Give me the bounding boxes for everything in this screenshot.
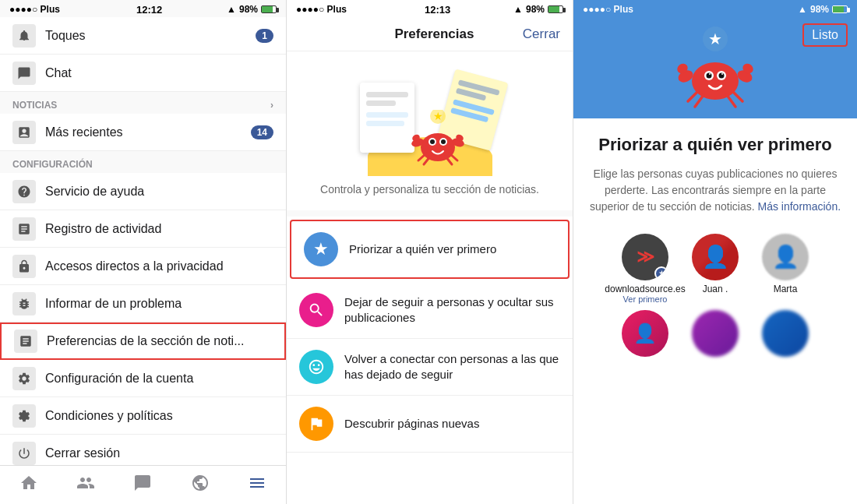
avatar-row2-2[interactable] bbox=[684, 310, 746, 357]
carrier-3: ●●●●○ Plus bbox=[583, 4, 633, 15]
carrier-2: ●●●●○ Plus bbox=[296, 4, 347, 15]
time-2: 12:13 bbox=[425, 4, 450, 16]
dejar-seguir-text: Dejar de seguir a personas y ocultar sus… bbox=[344, 294, 560, 325]
option-dejar-seguir[interactable]: Dejar de seguir a personas y ocultar sus… bbox=[287, 282, 573, 339]
svg-line-28 bbox=[688, 91, 698, 101]
condiciones-label: Condiciones y políticas bbox=[45, 409, 273, 423]
mas-info-link[interactable]: Más información. bbox=[757, 200, 841, 213]
dejar-seguir-icon bbox=[299, 293, 333, 327]
tab-globe[interactable] bbox=[191, 474, 210, 497]
panel-menu: ●●●●○ Plus 12:12 ▲ 98% Toques 1 Chat bbox=[0, 0, 287, 504]
avatar-marta[interactable]: 👤 Marta bbox=[754, 234, 816, 304]
battery-2: 98% bbox=[526, 4, 545, 15]
tab-menu[interactable] bbox=[248, 474, 266, 497]
listo-button[interactable]: Listo bbox=[802, 23, 848, 47]
juan-name: Juan . bbox=[703, 284, 728, 294]
svg-line-11 bbox=[418, 153, 426, 160]
priorizar-text: Priorizar a quién ver primero bbox=[349, 241, 496, 257]
carrier-1: ●●●●○ Plus bbox=[9, 4, 60, 15]
toques-icon bbox=[12, 24, 36, 48]
toques-badge: 1 bbox=[256, 29, 273, 43]
cerrar-button[interactable]: Cerrar bbox=[523, 26, 560, 42]
avatar-juan-img: 👤 bbox=[692, 234, 739, 280]
descubrir-text: Descubrir páginas nuevas bbox=[344, 416, 479, 432]
avatar-marta-img: 👤 bbox=[762, 234, 809, 280]
volver-conectar-text: Volver a conectar con personas a las que… bbox=[344, 351, 560, 382]
p3-hero: Listo ★ bbox=[573, 17, 857, 118]
preferencias-label: Preferencias de la sección de noti... bbox=[47, 334, 272, 348]
panel-priorizar: ●●●●○ Plus ▲ 98% Listo ★ bbox=[573, 0, 857, 504]
menu-item-preferencias[interactable]: Preferencias de la sección de noti... bbox=[0, 322, 286, 360]
menu-list: Toques 1 Chat NOTICIAS › Más recientes 1… bbox=[0, 17, 286, 465]
menu-item-cerrar-sesion[interactable]: Cerrar sesión bbox=[0, 435, 286, 465]
actividad-label: Registro de actividad bbox=[45, 222, 273, 236]
menu-item-problema[interactable]: Informar de un problema bbox=[0, 285, 286, 322]
tab-messenger[interactable] bbox=[133, 474, 152, 497]
status-bar-1: ●●●●○ Plus 12:12 ▲ 98% bbox=[0, 0, 286, 17]
menu-item-mas-recientes[interactable]: Más recientes 14 bbox=[0, 114, 286, 151]
volver-conectar-icon bbox=[299, 350, 333, 384]
tab-home[interactable] bbox=[19, 474, 38, 497]
preferencias-icon bbox=[14, 330, 37, 353]
menu-item-cuenta[interactable]: Configuración de la cuenta bbox=[0, 360, 286, 397]
option-volver-conectar[interactable]: Volver a conectar con personas a las que… bbox=[287, 339, 573, 396]
panel-preferencias: ●●●●○ Plus 12:13 ▲ 98% Preferencias Cerr… bbox=[287, 0, 573, 504]
avatar-row2-1[interactable]: 👤 bbox=[614, 310, 676, 357]
ayuda-icon bbox=[12, 180, 36, 203]
ayuda-label: Servicio de ayuda bbox=[45, 185, 273, 199]
recientes-badge: 14 bbox=[251, 125, 273, 139]
priorizar-icon: ★ bbox=[304, 232, 338, 266]
actividad-icon bbox=[12, 217, 36, 241]
option-priorizar[interactable]: ★ Priorizar a quién ver primero bbox=[290, 220, 570, 279]
svg-text:★: ★ bbox=[708, 30, 722, 48]
p3-content: Priorizar a quién ver primero Elige las … bbox=[573, 118, 857, 504]
time-1: 12:12 bbox=[136, 4, 162, 16]
preferencias-nav: Preferencias Cerrar bbox=[287, 17, 573, 51]
problema-label: Informar de un problema bbox=[45, 297, 273, 311]
condiciones-icon bbox=[12, 404, 36, 428]
menu-item-privacidad[interactable]: Accesos directos a la privacidad bbox=[0, 248, 286, 285]
svg-point-21 bbox=[719, 73, 725, 79]
section-configuracion: CONFIGURACIÓN bbox=[0, 151, 286, 173]
avatar-downloadsource[interactable]: ≫ ★ downloadsource.es Ver primero bbox=[614, 234, 676, 304]
avatar-row2-3-img bbox=[762, 310, 809, 357]
svg-line-29 bbox=[695, 95, 704, 107]
avatar-juan[interactable]: 👤 Juan . bbox=[684, 234, 746, 304]
star-badge-downloadsource: ★ bbox=[654, 266, 668, 280]
cuenta-label: Configuración de la cuenta bbox=[45, 372, 273, 386]
location-1: ▲ bbox=[227, 4, 236, 15]
avatar-row2-2-img bbox=[692, 310, 739, 357]
battery-1: 98% bbox=[239, 4, 258, 15]
priorizar-title: Priorizar a quién ver primero bbox=[598, 134, 832, 157]
cerrar-sesion-label: Cerrar sesión bbox=[45, 446, 273, 460]
avatars-row1: ≫ ★ downloadsource.es Ver primero 👤 Juan… bbox=[614, 234, 816, 304]
menu-item-ayuda[interactable]: Servicio de ayuda bbox=[0, 173, 286, 210]
noticias-title: NOTICIAS bbox=[12, 100, 57, 111]
cuenta-icon bbox=[12, 367, 36, 390]
avatars-row2: 👤 bbox=[614, 310, 816, 357]
menu-item-condiciones[interactable]: Condiciones y políticas bbox=[0, 397, 286, 435]
svg-point-22 bbox=[709, 73, 711, 75]
section-noticias: NOTICIAS › bbox=[0, 92, 286, 114]
downloadsource-name: downloadsource.es bbox=[605, 284, 685, 294]
svg-point-17 bbox=[692, 62, 739, 100]
chat-icon bbox=[12, 62, 36, 85]
privacidad-icon bbox=[12, 255, 36, 278]
option-descubrir[interactable]: Descubrir páginas nuevas bbox=[287, 396, 573, 453]
p2-hero: ★ bbox=[287, 51, 573, 210]
downloadsource-action[interactable]: Ver primero bbox=[623, 294, 668, 304]
marta-name: Marta bbox=[774, 284, 798, 294]
tab-friends[interactable] bbox=[76, 474, 95, 497]
avatar-downloadsource-img: ≫ ★ bbox=[622, 234, 668, 280]
menu-item-toques[interactable]: Toques 1 bbox=[0, 17, 286, 55]
chat-label: Chat bbox=[45, 66, 273, 80]
svg-text:★: ★ bbox=[432, 110, 443, 122]
p2-options-list: ★ Priorizar a quién ver primero Dejar de… bbox=[287, 217, 573, 504]
problema-icon bbox=[12, 292, 36, 315]
svg-point-23 bbox=[721, 73, 723, 75]
status-bar-3: ●●●●○ Plus ▲ 98% bbox=[573, 0, 857, 17]
avatar-row2-3[interactable] bbox=[754, 310, 816, 357]
descubrir-icon bbox=[299, 407, 333, 441]
menu-item-actividad[interactable]: Registro de actividad bbox=[0, 210, 286, 248]
menu-item-chat[interactable]: Chat bbox=[0, 55, 286, 92]
